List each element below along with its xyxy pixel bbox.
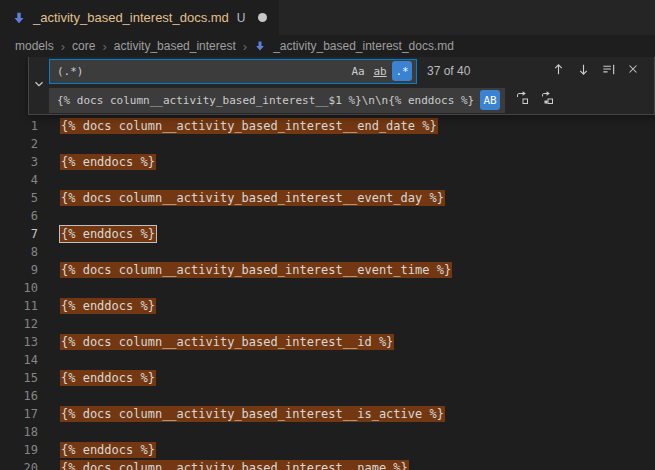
preserve-case-toggle[interactable]: AB — [480, 90, 500, 110]
find-match: {% enddocs %} — [60, 226, 156, 242]
markdown-file-icon — [12, 11, 26, 25]
whole-word-toggle[interactable]: ab — [370, 61, 390, 81]
editor-line[interactable]: 7{% enddocs %} — [0, 225, 655, 243]
close-icon — [626, 62, 640, 80]
line-number[interactable]: 4 — [0, 171, 38, 189]
editor-line[interactable]: 9{% docs column__activity_based_interest… — [0, 261, 655, 279]
regex-toggle[interactable]: .* — [392, 61, 412, 81]
replace-input[interactable]: {% docs column__activity_based_interest_… — [49, 88, 505, 113]
git-status-badge: U — [237, 11, 246, 25]
find-query-text: (.*) — [57, 65, 84, 78]
replace-row: {% docs column__activity_based_interest_… — [49, 88, 648, 113]
replace-button[interactable] — [511, 89, 533, 111]
line-content: {% enddocs %} — [60, 225, 156, 243]
results-count: 37 of 40 — [427, 64, 470, 78]
find-match: {% docs column__activity_based_interest_… — [60, 190, 445, 206]
arrow-up-icon — [551, 62, 566, 81]
line-number[interactable]: 16 — [0, 387, 38, 405]
find-match: {% docs column__activity_based_interest_… — [60, 118, 438, 134]
toggle-replace-button[interactable] — [29, 57, 49, 114]
editor-line[interactable]: 2 — [0, 135, 655, 153]
replace-value-text: {% docs column__activity_based_interest_… — [57, 94, 474, 107]
line-content: {% enddocs %} — [60, 369, 156, 387]
editor-line[interactable]: 18 — [0, 423, 655, 441]
line-number[interactable]: 3 — [0, 153, 38, 171]
find-row: (.*) Aa ab .* 37 of 40 — [49, 59, 648, 84]
breadcrumb: models › core › activity_based_interest … — [0, 35, 655, 57]
breadcrumb-separator: › — [61, 39, 65, 54]
match-case-toggle[interactable]: Aa — [348, 61, 368, 81]
line-number[interactable]: 8 — [0, 243, 38, 261]
editor-pane[interactable]: (.*) Aa ab .* 37 of 40 — [0, 57, 655, 470]
editor-line[interactable]: 3{% enddocs %} — [0, 153, 655, 171]
find-match: {% enddocs %} — [60, 298, 156, 314]
find-input[interactable]: (.*) Aa ab .* — [49, 59, 417, 84]
breadcrumb-item-models[interactable]: models — [15, 39, 54, 53]
line-number[interactable]: 11 — [0, 297, 38, 315]
editor-tab[interactable]: _activity_based_interest_docs.md U — [0, 0, 279, 35]
breadcrumb-separator: › — [243, 39, 247, 54]
editor-line[interactable]: 6 — [0, 207, 655, 225]
find-match: {% enddocs %} — [60, 370, 156, 386]
line-number[interactable]: 12 — [0, 315, 38, 333]
line-content: {% docs column__activity_based_interest_… — [60, 333, 394, 351]
next-match-button[interactable] — [572, 60, 594, 82]
editor-line[interactable]: 16 — [0, 387, 655, 405]
line-content: {% docs column__activity_based_interest_… — [60, 459, 409, 470]
line-number[interactable]: 15 — [0, 369, 38, 387]
editor-line[interactable]: 5{% docs column__activity_based_interest… — [0, 189, 655, 207]
line-number[interactable]: 2 — [0, 135, 38, 153]
editor-line[interactable]: 12 — [0, 315, 655, 333]
line-number[interactable]: 13 — [0, 333, 38, 351]
line-number[interactable]: 17 — [0, 405, 38, 423]
line-number[interactable]: 20 — [0, 459, 38, 470]
editor-line[interactable]: 1{% docs column__activity_based_interest… — [0, 117, 655, 135]
editor-line[interactable]: 13{% docs column__activity_based_interes… — [0, 333, 655, 351]
find-replace-widget: (.*) Aa ab .* 37 of 40 — [28, 57, 655, 115]
editor-line[interactable]: 8 — [0, 243, 655, 261]
editor-line[interactable]: 19{% enddocs %} — [0, 441, 655, 459]
editor-line[interactable]: 4 — [0, 171, 655, 189]
line-number[interactable]: 14 — [0, 351, 38, 369]
line-content: {% enddocs %} — [60, 441, 156, 459]
unsaved-changes-dot[interactable] — [258, 13, 267, 22]
line-number[interactable]: 19 — [0, 441, 38, 459]
line-number[interactable]: 7 — [0, 225, 38, 243]
breadcrumb-item-file[interactable]: _activity_based_interest_docs.md — [273, 39, 454, 53]
selection-lines-icon — [601, 62, 616, 81]
editor-line[interactable]: 10 — [0, 279, 655, 297]
previous-match-button[interactable] — [547, 60, 569, 82]
find-match: {% docs column__activity_based_interest_… — [60, 334, 394, 350]
editor-line[interactable]: 15{% enddocs %} — [0, 369, 655, 387]
editor-line[interactable]: 14 — [0, 351, 655, 369]
breadcrumb-separator: › — [102, 39, 106, 54]
find-match: {% enddocs %} — [60, 154, 156, 170]
tab-filename: _activity_based_interest_docs.md — [33, 10, 229, 25]
breadcrumb-item-activity-based-interest[interactable]: activity_based_interest — [114, 39, 236, 53]
line-content: {% docs column__activity_based_interest_… — [60, 189, 445, 207]
line-content: {% docs column__activity_based_interest_… — [60, 405, 445, 423]
find-match: {% docs column__activity_based_interest_… — [60, 460, 409, 470]
line-content: {% docs column__activity_based_interest_… — [60, 261, 452, 279]
replace-all-icon — [539, 90, 555, 110]
line-number[interactable]: 9 — [0, 261, 38, 279]
chevron-down-icon — [32, 77, 46, 95]
line-number[interactable]: 1 — [0, 117, 38, 135]
editor-line[interactable]: 11{% enddocs %} — [0, 297, 655, 315]
markdown-file-icon — [254, 40, 266, 52]
line-number[interactable]: 18 — [0, 423, 38, 441]
find-match: {% docs column__activity_based_interest_… — [60, 406, 445, 422]
line-number[interactable]: 5 — [0, 189, 38, 207]
find-match: {% docs column__activity_based_interest_… — [60, 262, 452, 278]
find-in-selection-button[interactable] — [597, 60, 619, 82]
close-find-widget-button[interactable] — [622, 60, 644, 82]
editor-line[interactable]: 20{% docs column__activity_based_interes… — [0, 459, 655, 470]
tab-bar: _activity_based_interest_docs.md U — [0, 0, 655, 35]
editor-line[interactable]: 17{% docs column__activity_based_interes… — [0, 405, 655, 423]
replace-all-button[interactable] — [536, 89, 558, 111]
line-content: {% enddocs %} — [60, 297, 156, 315]
line-content: {% docs column__activity_based_interest_… — [60, 117, 438, 135]
breadcrumb-item-core[interactable]: core — [72, 39, 95, 53]
line-number[interactable]: 10 — [0, 279, 38, 297]
line-number[interactable]: 6 — [0, 207, 38, 225]
